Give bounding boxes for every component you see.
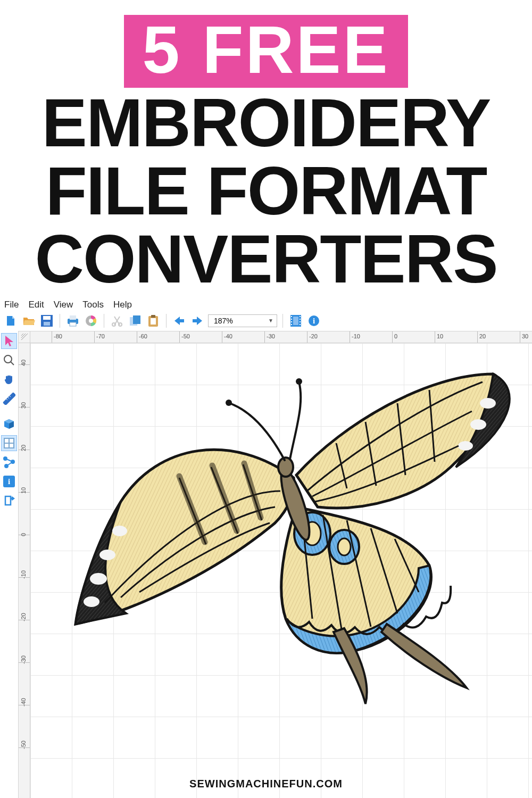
menu-help[interactable]: Help [113, 300, 132, 310]
svg-rect-31 [10, 439, 13, 443]
svg-rect-14 [151, 315, 155, 318]
svg-rect-11 [133, 315, 140, 324]
connect-points-icon[interactable] [1, 454, 17, 470]
ruler-tick: -70 [94, 331, 95, 343]
toolbar: 187% ▼ i [0, 312, 532, 331]
cut-icon[interactable] [110, 313, 124, 328]
svg-point-9 [119, 323, 122, 326]
ruler-corner [19, 331, 30, 343]
svg-rect-20 [291, 324, 292, 325]
svg-point-27 [4, 355, 12, 363]
ruler-tick: -20 [19, 620, 30, 620]
toolbar-separator [60, 314, 60, 328]
pan-hand-icon[interactable] [1, 371, 17, 387]
paste-icon[interactable] [146, 313, 161, 328]
film-strip-icon[interactable] [288, 313, 303, 328]
new-file-icon[interactable] [3, 313, 18, 328]
butterfly-design [46, 353, 532, 714]
info-square-icon[interactable]: i [1, 473, 17, 489]
svg-rect-5 [70, 322, 76, 326]
headline-line-2: FILE FORMAT [11, 158, 521, 224]
menu-tools[interactable]: Tools [82, 300, 104, 310]
headline-block: 5 FREE EMBROIDERY FILE FORMAT CONVERTERS [0, 0, 532, 297]
menu-view[interactable]: View [54, 300, 73, 310]
ruler-tick: 0 [19, 535, 30, 535]
svg-rect-13 [151, 318, 156, 325]
ruler-tick: 20 [477, 331, 478, 343]
svg-text:i: i [8, 477, 10, 486]
zoom-dropdown[interactable]: 187% ▼ [208, 314, 277, 327]
svg-rect-2 [44, 322, 50, 326]
site-credit: SEWINGMACHINEFUN.COM [189, 778, 343, 790]
open-file-icon[interactable] [21, 313, 36, 328]
forward-arrow-icon[interactable] [190, 313, 205, 328]
ruler-tick: 30 [520, 331, 520, 343]
menu-edit[interactable]: Edit [28, 300, 44, 310]
grid-view-icon[interactable] [1, 435, 17, 451]
select-tool[interactable] [1, 333, 17, 349]
svg-text:i: i [313, 317, 315, 325]
svg-point-46 [470, 419, 486, 430]
svg-point-45 [480, 398, 496, 409]
svg-rect-17 [291, 316, 292, 317]
svg-rect-21 [300, 316, 301, 317]
ruler-tick: 10 [435, 331, 435, 343]
svg-point-49 [99, 550, 115, 560]
svg-rect-1 [43, 316, 51, 320]
ruler-tick: 30 [19, 407, 30, 408]
ruler-tick: -50 [19, 747, 30, 748]
svg-point-50 [112, 526, 127, 536]
save-icon[interactable] [39, 313, 54, 328]
svg-point-58 [226, 400, 232, 406]
ruler-tick: -60 [137, 331, 137, 343]
workspace: i -80-70-60-50-40-30-20-100102030 403020… [0, 331, 532, 798]
toolbar-separator [282, 314, 283, 328]
svg-point-51 [84, 596, 99, 607]
menu-bar: File Edit View Tools Help [0, 297, 532, 312]
ruler-tick: -30 [264, 331, 265, 343]
measure-tool-icon[interactable] [1, 390, 17, 406]
copy-icon[interactable] [128, 313, 143, 328]
ruler-tick: -40 [222, 331, 222, 343]
export-icon[interactable] [1, 493, 17, 509]
svg-point-55 [338, 538, 351, 555]
back-arrow-icon[interactable] [172, 313, 187, 328]
ruler-tick: -10 [350, 331, 350, 343]
svg-point-59 [296, 378, 302, 385]
menu-file[interactable]: File [4, 300, 19, 310]
ruler-tick: -80 [52, 331, 52, 343]
toolbar-separator [104, 314, 104, 328]
ruler-tick: 20 [19, 450, 30, 450]
headline-highlight: 5 FREE [124, 15, 408, 88]
zoom-tool-icon[interactable] [1, 352, 17, 368]
canvas-area: -80-70-60-50-40-30-20-100102030 40302010… [18, 331, 532, 798]
horizontal-ruler: -80-70-60-50-40-30-20-100102030 [30, 331, 532, 343]
svg-point-7 [89, 319, 93, 323]
svg-point-8 [112, 323, 115, 326]
chevron-down-icon: ▼ [268, 318, 273, 323]
ruler-tick: -40 [19, 705, 30, 705]
info-icon[interactable]: i [306, 313, 321, 328]
headline-line-3: CONVERTERS [11, 226, 521, 292]
svg-rect-33 [10, 444, 13, 447]
ruler-tick: 0 [392, 331, 393, 343]
svg-rect-30 [5, 439, 9, 443]
print-icon[interactable] [65, 313, 80, 328]
headline-line-1: EMBROIDERY [11, 90, 521, 156]
ruler-tick: -10 [19, 577, 30, 578]
left-tool-strip: i [0, 331, 18, 798]
vertical-ruler: 403020100-10-20-30-40-50 [19, 343, 30, 798]
toolbar-separator [166, 314, 167, 328]
svg-point-47 [458, 441, 473, 451]
color-wheel-icon[interactable] [84, 313, 98, 328]
design-canvas[interactable] [30, 343, 532, 798]
svg-rect-18 [291, 319, 292, 320]
svg-rect-19 [291, 321, 292, 322]
cube-3d-icon[interactable] [1, 416, 17, 432]
ruler-tick: -20 [307, 331, 307, 343]
svg-point-57 [278, 458, 293, 477]
svg-rect-4 [70, 315, 76, 320]
ruler-tick: 10 [19, 492, 30, 493]
svg-rect-16 [293, 317, 298, 325]
svg-rect-23 [300, 321, 301, 322]
